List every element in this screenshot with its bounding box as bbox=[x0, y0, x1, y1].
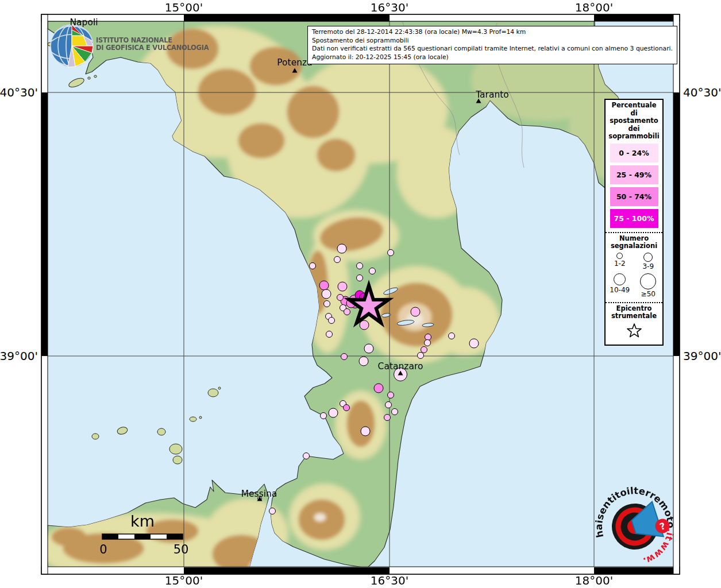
ingv-wordmark: ISTITUTO NAZIONALE DI GEOFISICA E VULCAN… bbox=[96, 37, 209, 52]
felt-report-circle bbox=[326, 331, 333, 338]
felt-report-circle bbox=[337, 295, 344, 301]
felt-report-map-page: haisentitoilterremoto.it www. ? bbox=[0, 0, 721, 588]
map-interior: haisentitoilterremoto.it www. ? bbox=[37, 21, 687, 584]
axis-tick-label: 39°00' bbox=[683, 349, 721, 363]
felt-report-circle bbox=[388, 392, 394, 399]
felt-report-circle bbox=[369, 268, 376, 274]
count-class-label: 10-49 bbox=[610, 286, 630, 294]
felt-report-circle bbox=[361, 427, 370, 436]
legend-title-line: spostamento bbox=[606, 117, 662, 125]
felt-report-circle bbox=[360, 320, 369, 330]
felt-report-circle bbox=[449, 333, 455, 339]
legend-pct-class: 75 - 100% bbox=[610, 209, 658, 228]
ingv-line2: DI GEOFISICA E VULCANOLOGIA bbox=[96, 44, 209, 52]
legend-epicenter-title: Epicentrostrumentale bbox=[606, 305, 662, 320]
felt-report-circle bbox=[303, 453, 310, 459]
legend-count-title: Numerosegnalazioni bbox=[606, 235, 662, 250]
scalebar-start: 0 bbox=[99, 543, 107, 556]
legend-count-title-line: segnalazioni bbox=[606, 242, 662, 250]
felt-report-circle bbox=[418, 353, 424, 359]
event-effect: Spostamento dei soprammobili bbox=[312, 37, 673, 45]
legend-count-title-line: Numero bbox=[606, 235, 662, 243]
axis-tick-label: 39°00' bbox=[0, 349, 38, 363]
count-circle-icon bbox=[643, 253, 653, 262]
felt-report-circle bbox=[324, 301, 330, 307]
count-class-label: ≥50 bbox=[641, 290, 656, 298]
event-updated: Aggiornato il: 20-12-2025 15:45 (ora loc… bbox=[312, 53, 673, 62]
city-label-messina: Messina bbox=[241, 489, 277, 499]
axis-tick-label: 40°30' bbox=[683, 86, 721, 99]
city-label-taranto: Taranto bbox=[476, 90, 509, 100]
felt-report-circle bbox=[425, 340, 431, 346]
legend-swatches: 0 - 24%25 - 49%50 - 74%75 - 100% bbox=[606, 144, 662, 228]
count-circle-icon bbox=[616, 253, 623, 259]
axis-tick-label: 15°00' bbox=[165, 1, 203, 14]
scalebar-end: 50 bbox=[173, 543, 189, 556]
axis-tick-label: 16°30' bbox=[371, 574, 408, 587]
legend-pct-class: 0 - 24% bbox=[610, 144, 658, 163]
legend-epicenter-title-line: Epicentro bbox=[606, 305, 662, 313]
felt-report-circle bbox=[357, 263, 363, 269]
felt-report-circle bbox=[344, 405, 350, 411]
axis-tick-label: 16°30' bbox=[371, 1, 408, 14]
legend-divider2 bbox=[606, 302, 662, 303]
felt-report-circle bbox=[359, 357, 368, 366]
scale-bar bbox=[102, 534, 183, 539]
felt-report-circle bbox=[388, 250, 394, 256]
felt-report-circle bbox=[322, 289, 331, 299]
event-info-box: Terremoto del 28-12-2014 22:43:38 (ora l… bbox=[307, 26, 677, 64]
count-class-label: 1-2 bbox=[614, 260, 626, 268]
felt-report-circle bbox=[384, 415, 391, 421]
axis-tick-label: 18°00' bbox=[575, 1, 613, 14]
count-circle-icon bbox=[614, 273, 626, 285]
legend-pct-class: 25 - 49% bbox=[610, 165, 658, 184]
felt-report-circle bbox=[269, 508, 276, 514]
felt-report-circle bbox=[392, 409, 398, 415]
felt-report-circle bbox=[321, 413, 327, 419]
legend-epicenter-star-wrap bbox=[606, 323, 662, 341]
felt-report-circle bbox=[337, 244, 346, 253]
legend-title-line: soprammobili bbox=[606, 133, 662, 141]
felt-report-circle bbox=[425, 334, 431, 341]
legend-count-class: 1-2 bbox=[606, 250, 634, 270]
felt-report-circle bbox=[374, 384, 383, 393]
felt-report-circle bbox=[329, 408, 338, 417]
legend-divider bbox=[606, 232, 662, 233]
scalebar-unit: km bbox=[130, 512, 155, 530]
legend-title-line: di bbox=[606, 110, 662, 118]
legend-count-classes: 1-23-910-49≥50 bbox=[606, 250, 662, 298]
axis-tick-label: 15°00' bbox=[165, 574, 203, 587]
felt-report-circle bbox=[469, 339, 479, 348]
count-circle-icon bbox=[640, 273, 656, 289]
felt-report-circle bbox=[357, 275, 363, 281]
legend-title-line: Percentuale bbox=[606, 102, 662, 110]
felt-report-circle bbox=[334, 257, 341, 263]
legend-count-class: ≥50 bbox=[634, 271, 663, 298]
event-title: Terremoto del 28-12-2014 22:43:38 (ora l… bbox=[312, 28, 673, 37]
felt-report-circle bbox=[310, 263, 316, 269]
felt-report-circle bbox=[411, 307, 420, 316]
felt-report-circle bbox=[329, 318, 335, 324]
city-label-napoli: Napoli bbox=[70, 17, 98, 28]
felt-report-circle bbox=[338, 282, 347, 291]
axis-tick-label: 40°30' bbox=[0, 86, 38, 99]
event-source: Dati non verificati estratti da 565 ques… bbox=[312, 45, 673, 53]
felt-report-circle bbox=[421, 347, 427, 353]
axis-tick-label: 18°00' bbox=[575, 574, 613, 587]
count-class-label: 3-9 bbox=[642, 262, 654, 270]
legend-panel: Percentualedispostamentodeisoprammobili … bbox=[604, 99, 664, 346]
legend-pct-class: 50 - 74% bbox=[610, 187, 658, 206]
felt-report-circle bbox=[341, 354, 348, 360]
felt-report-circle bbox=[344, 309, 350, 315]
felt-report-circle bbox=[319, 281, 329, 290]
legend-title-line: dei bbox=[606, 125, 662, 133]
legend-count-class: 10-49 bbox=[606, 271, 634, 298]
legend-count-class: 3-9 bbox=[634, 250, 663, 270]
felt-report-circle bbox=[385, 402, 392, 408]
legend-title: Percentualedispostamentodeisoprammobili bbox=[606, 102, 662, 141]
felt-report-circle bbox=[364, 344, 373, 353]
ingv-logo-globe bbox=[51, 25, 93, 67]
epicenter-star-icon bbox=[626, 323, 643, 339]
legend-epicenter-title-line: strumentale bbox=[606, 312, 662, 320]
city-label-catanzaro: Catanzaro bbox=[378, 361, 423, 372]
